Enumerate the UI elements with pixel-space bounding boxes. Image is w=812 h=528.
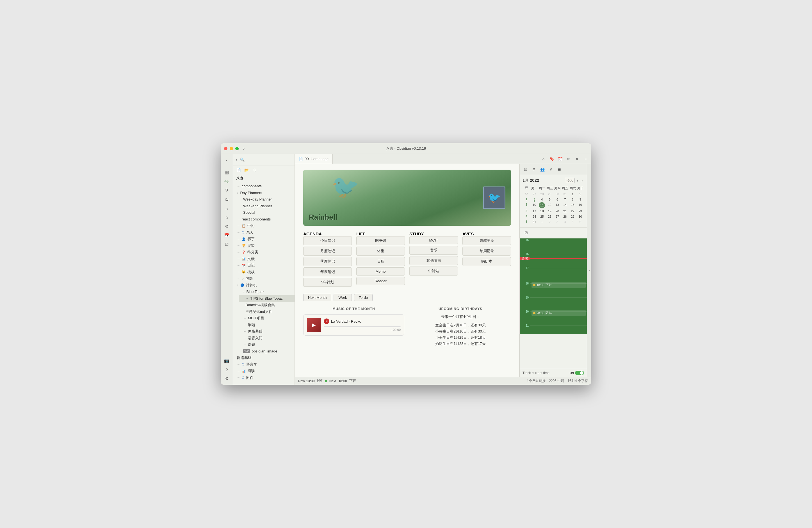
quick-link-work[interactable]: Work <box>334 294 351 301</box>
nav-btn-meizhou-jilu[interactable]: 每周记录 <box>462 246 511 256</box>
new-note-btn[interactable]: 📄 <box>235 167 242 173</box>
cal-day[interactable]: 8 <box>569 197 576 202</box>
cal-day[interactable]: 10 <box>531 202 538 209</box>
tree-item-mcit[interactable]: → MCIT项目 <box>236 315 294 322</box>
sidebar-search-btn[interactable]: 🔍 <box>239 156 246 163</box>
tree-item-riji[interactable]: → 📅 日记 <box>233 262 294 269</box>
cal-day[interactable]: 16 <box>577 202 584 209</box>
quick-link-next-month[interactable]: Next Month <box>303 294 331 301</box>
calendar-action-btn[interactable]: 📅 <box>556 155 564 162</box>
nav-btn-niandu-biji[interactable]: 年度笔记 <box>303 267 352 276</box>
cal-next-btn[interactable]: › <box>580 179 584 183</box>
nav-btn-memo[interactable]: Memo <box>356 267 405 275</box>
percent-icon[interactable]: ‹%› <box>223 177 231 185</box>
cal-day[interactable]: 9 <box>577 197 584 202</box>
tree-item-moban[interactable]: → 😺 模板 <box>233 269 294 275</box>
tree-item-huke[interactable]: → ○ 虎课 <box>233 275 294 282</box>
cal-day[interactable]: 1 <box>569 191 576 197</box>
nav-btn-mcit[interactable]: MCIT <box>409 236 458 244</box>
grid-icon[interactable]: ▦ <box>223 169 231 176</box>
tree-item-wangluo-jichu2[interactable]: 网络基础 <box>233 354 294 361</box>
tree-item-tips-bluetopaz[interactable]: → TIPS for Blue Topaz <box>239 295 294 302</box>
bookmark-icon[interactable]: ☆ <box>223 213 231 221</box>
nav-btn-5nian-jihua[interactable]: 5年计划 <box>303 278 352 287</box>
tree-item-zhongxie[interactable]: → 📋 中协 <box>233 223 294 229</box>
cal-day[interactable]: 27 <box>554 214 561 219</box>
tree-item-react-components[interactable]: → react components <box>233 216 294 223</box>
sidebar-toggle-icon[interactable]: ‹ <box>236 157 237 162</box>
tree-item-weekend-planner[interactable]: Weekend Planner <box>236 203 294 210</box>
close-action-btn[interactable]: ✕ <box>573 155 581 162</box>
cal-day[interactable]: 24 <box>531 214 538 219</box>
cal-day[interactable]: 31 <box>561 191 568 197</box>
new-folder-btn[interactable]: 📂 <box>243 167 250 173</box>
nav-btn-yinyue[interactable]: 音乐 <box>409 246 458 255</box>
cal-day[interactable]: 6 <box>554 197 561 202</box>
rp-people-btn[interactable]: 👥 <box>539 166 546 173</box>
nav-btn-tizhong[interactable]: 体重 <box>356 246 405 256</box>
nav-btn-zhongzhuanzhan[interactable]: 中转站 <box>409 267 458 275</box>
cal-day[interactable]: 27 <box>531 191 538 197</box>
cal-day[interactable]: 29 <box>569 214 576 219</box>
cal-day[interactable]: 2 <box>546 219 553 224</box>
right-panel-collapse[interactable]: › <box>587 164 591 377</box>
cal-day[interactable]: 19 <box>546 209 553 214</box>
tree-item-components[interactable]: → components <box>233 183 294 189</box>
home-action-btn[interactable]: ⌂ <box>540 155 547 162</box>
cal-day[interactable]: 1 <box>538 219 546 224</box>
cal-day[interactable]: 7 <box>561 197 568 202</box>
tag-icon[interactable]: 🗂 <box>223 196 231 203</box>
tree-item-day-planners[interactable]: ↓ Day Planners <box>233 189 294 196</box>
tree-item-qinren[interactable]: → ⬡ 亲人 <box>233 229 294 236</box>
toggle-switch[interactable]: ON <box>570 371 584 375</box>
cal-day[interactable]: 6 <box>577 219 584 224</box>
cal-day[interactable]: 3 <box>531 197 538 202</box>
checklist-icon[interactable]: ☑ <box>223 240 231 248</box>
settings-icon[interactable]: ⚙ <box>223 223 231 230</box>
cal-day[interactable]: 4 <box>538 197 546 202</box>
cal-day[interactable]: 31 <box>531 219 538 224</box>
music-thumbnail[interactable]: ▶ <box>307 318 321 332</box>
cal-day[interactable]: 12 <box>546 202 553 209</box>
rp-hash-btn[interactable]: # <box>547 166 554 173</box>
tree-item-yuyanxue[interactable]: → ⬡ 语言学 <box>233 361 294 368</box>
more-action-btn[interactable]: ⋯ <box>582 155 589 162</box>
tree-item-wangluo-jichu[interactable]: → 网络基础 <box>236 328 294 335</box>
tree-item-saiyu[interactable]: → 👤 赛宇 <box>233 236 294 242</box>
nav-btn-jinri-biji[interactable]: 今日笔记 <box>303 236 352 245</box>
nav-btn-reeder[interactable]: Reeder <box>356 277 405 285</box>
cal-day[interactable]: 29 <box>546 191 553 197</box>
tree-item-zhanwang[interactable]: → 🏆 展望 <box>233 242 294 249</box>
cal-day[interactable]: 15 <box>569 202 576 209</box>
music-progress-bar[interactable] <box>324 326 401 327</box>
cal-day[interactable]: 30 <box>554 191 561 197</box>
tree-item-keti[interactable]: → 课题 <box>236 341 294 348</box>
tab-homepage[interactable]: 📄 00. Homepage <box>295 154 333 164</box>
tree-item-wenxian[interactable]: → 📊 文献 <box>233 256 294 262</box>
rp-menu-btn[interactable]: ☰ <box>556 166 563 173</box>
minimize-button[interactable] <box>230 147 233 150</box>
tree-item-fujian[interactable]: → ⬡ 附件 <box>233 374 294 381</box>
cal-day[interactable]: 5 <box>569 219 576 224</box>
cal-day[interactable]: 5 <box>546 197 553 202</box>
cal-day[interactable]: 3 <box>554 219 561 224</box>
home-icon[interactable]: ⌂ <box>223 204 231 212</box>
cal-day[interactable]: 13 <box>554 202 561 209</box>
cal-day[interactable]: 2 <box>577 191 584 197</box>
tree-item-zhutice-md[interactable]: 主题测试md文件 <box>239 309 294 315</box>
cal-day[interactable]: 25 <box>538 214 546 219</box>
edit-action-btn[interactable]: ✏ <box>565 155 572 162</box>
cal-day-today[interactable]: 11 <box>539 202 545 209</box>
rp-bike-btn[interactable]: ⚲ <box>531 166 538 173</box>
tree-item-special[interactable]: Special <box>236 209 294 216</box>
calendar-icon[interactable]: 📅 <box>223 231 231 239</box>
forward-button[interactable]: › <box>242 146 246 151</box>
nav-btn-binglieben[interactable]: 病历本 <box>462 257 511 266</box>
nav-btn-jidu-biji[interactable]: 季度笔记 <box>303 257 352 266</box>
cal-day[interactable]: 28 <box>538 191 546 197</box>
camera-icon[interactable]: 📷 <box>223 357 231 365</box>
rp-task-btn[interactable]: ☑ <box>522 166 529 173</box>
tree-item-obsidian-image[interactable]: PNG obsidian_image <box>236 348 294 355</box>
tree-item-bluetopaz[interactable]: ↓ Blue Topaz <box>236 288 294 295</box>
cal-day[interactable]: 14 <box>561 202 568 209</box>
